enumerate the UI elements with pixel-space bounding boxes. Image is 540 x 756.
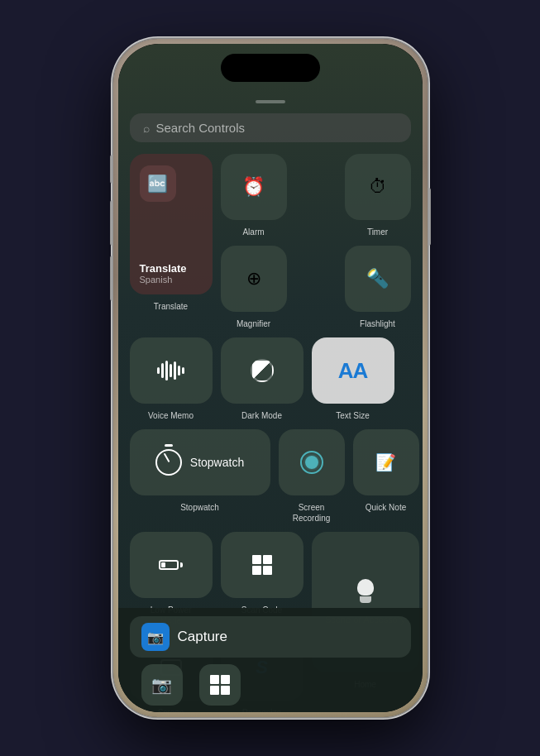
control-center-content: ⌕ Search Controls 🔤 bbox=[118, 93, 423, 712]
volume-up-button[interactable] bbox=[110, 200, 113, 246]
bulb-base bbox=[360, 596, 371, 603]
mute-button[interactable] bbox=[110, 155, 113, 184]
text-size-col: AA Text Size bbox=[312, 337, 394, 421]
phone-screen-area: ⌕ Search Controls 🔤 bbox=[118, 44, 423, 712]
timer-icon: ⏱ bbox=[369, 176, 387, 198]
camera-icon: 📷 bbox=[147, 629, 164, 645]
home-light-icon bbox=[355, 579, 376, 607]
alarm-col: ⏰ Alarm bbox=[221, 154, 287, 237]
capture-icon-box: 📷 bbox=[141, 623, 170, 651]
stopwatch-col: Stopwatch Stopwatch bbox=[130, 429, 270, 513]
scan-code-col: Scan Code bbox=[221, 532, 303, 615]
bottom-camera-glyph: 📷 bbox=[151, 675, 172, 695]
phone-frame: ⌕ Search Controls 🔤 bbox=[113, 39, 428, 717]
record-dot bbox=[305, 456, 318, 469]
flashlight-label: Flashlight bbox=[360, 318, 395, 329]
text-size-label: Text Size bbox=[336, 410, 370, 421]
timer-col: ⏱ Timer bbox=[345, 154, 411, 237]
quick-note-col: 📝 Quick Note bbox=[353, 429, 419, 513]
bottom-bar: 📷 Capture 📷 bbox=[118, 608, 423, 712]
alarm-icon: ⏰ bbox=[242, 176, 265, 198]
magnifier-icon: ⊕ bbox=[246, 268, 261, 289]
dynamic-island bbox=[221, 54, 320, 82]
translate-label: Translate bbox=[154, 301, 188, 312]
quick-note-icon: 📝 bbox=[375, 452, 396, 472]
screen-recording-label: Screen Recording bbox=[293, 502, 331, 524]
alarm-label: Alarm bbox=[242, 227, 264, 237]
screen-rec-col: Screen Recording bbox=[279, 429, 345, 524]
bottom-qr-glyph bbox=[210, 675, 230, 695]
right-grid: ⏰ Alarm ⏱ Timer bbox=[221, 154, 411, 329]
text-size-button[interactable]: AA bbox=[312, 337, 394, 404]
volume-down-button[interactable] bbox=[110, 256, 113, 301]
dark-mode-button[interactable] bbox=[221, 337, 303, 404]
bottom-icons-row: 📷 bbox=[130, 658, 411, 706]
text-size-icon: AA bbox=[338, 358, 368, 384]
capture-row[interactable]: 📷 Capture bbox=[130, 616, 411, 658]
magnifier-col: ⊕ Magnifier bbox=[221, 246, 287, 329]
scan-code-button[interactable] bbox=[221, 532, 303, 598]
screen-recording-button[interactable] bbox=[279, 429, 345, 495]
bulb-top bbox=[357, 579, 374, 596]
alarm-button[interactable]: ⏰ bbox=[221, 154, 287, 220]
voice-memo-col: Voice Memo bbox=[130, 337, 213, 421]
flashlight-button[interactable]: 🔦 bbox=[345, 246, 411, 312]
dark-mode-col: Dark Mode bbox=[221, 337, 303, 421]
quick-note-button[interactable]: 📝 bbox=[353, 429, 419, 495]
battery-body bbox=[159, 560, 179, 570]
waveform-icon bbox=[157, 359, 184, 382]
magnifier-button[interactable]: ⊕ bbox=[221, 246, 287, 312]
bottom-qr-icon[interactable] bbox=[199, 664, 241, 706]
translate-subtitle: Spanish bbox=[140, 275, 187, 285]
flashlight-col: 🔦 Flashlight bbox=[345, 246, 411, 329]
row-2: Voice Memo Dark Mode AA bbox=[130, 337, 411, 421]
timer-button[interactable]: ⏱ bbox=[345, 154, 411, 220]
translate-text: Translate Spanish bbox=[140, 262, 187, 285]
magnifier-label: Magnifier bbox=[237, 318, 270, 329]
flashlight-icon: 🔦 bbox=[366, 268, 389, 289]
capture-label: Capture bbox=[178, 629, 227, 645]
search-placeholder: Search Controls bbox=[156, 121, 246, 135]
translate-icon-bg: 🔤 bbox=[140, 165, 176, 202]
bottom-camera-icon[interactable]: 📷 bbox=[141, 664, 183, 706]
translate-icon: 🔤 bbox=[147, 174, 168, 194]
battery-fill bbox=[161, 562, 165, 567]
dark-mode-icon bbox=[251, 359, 274, 382]
power-button[interactable] bbox=[428, 188, 431, 246]
search-icon: ⌕ bbox=[143, 122, 150, 135]
stopwatch-button[interactable]: Stopwatch bbox=[130, 429, 270, 495]
row-1b: ⏰ Alarm ⏱ Timer bbox=[221, 154, 411, 237]
translate-title: Translate bbox=[140, 262, 187, 275]
translate-col: 🔤 Translate Spanish Translate bbox=[130, 154, 213, 312]
search-bar[interactable]: ⌕ Search Controls bbox=[130, 113, 411, 142]
row-1c: ⊕ Magnifier 🔦 Flashlight bbox=[221, 246, 411, 329]
screen-recording-icon bbox=[300, 451, 323, 474]
qr-icon bbox=[252, 555, 272, 575]
voice-memo-button[interactable] bbox=[130, 337, 213, 404]
drag-handle bbox=[256, 100, 285, 103]
stopwatch-hand bbox=[164, 453, 170, 462]
quick-note-label: Quick Note bbox=[366, 502, 406, 513]
voice-memo-label: Voice Memo bbox=[148, 410, 194, 421]
timer-label: Timer bbox=[367, 227, 388, 237]
translate-button[interactable]: 🔤 Translate Spanish bbox=[130, 154, 213, 294]
dark-mode-label: Dark Mode bbox=[241, 410, 282, 421]
row-1: 🔤 Translate Spanish Translate bbox=[130, 154, 411, 329]
stopwatch-icon bbox=[155, 449, 182, 476]
low-power-icon bbox=[159, 560, 183, 570]
battery-tip bbox=[180, 562, 183, 567]
row-3: Stopwatch Stopwatch Screen Recording bbox=[130, 429, 411, 524]
stopwatch-label: Stopwatch bbox=[180, 502, 219, 513]
stopwatch-text: Stopwatch bbox=[190, 456, 244, 469]
screen: ⌕ Search Controls 🔤 bbox=[118, 44, 423, 712]
low-power-button[interactable] bbox=[130, 532, 213, 598]
